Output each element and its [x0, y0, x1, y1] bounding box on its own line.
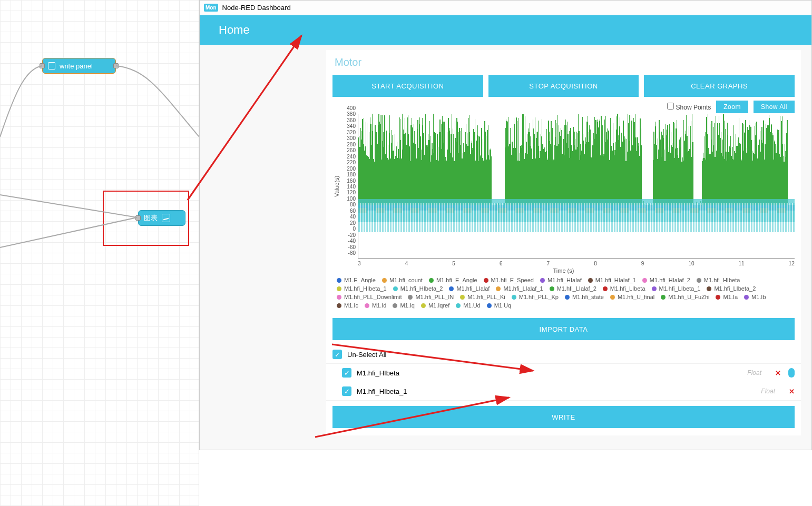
window-titlebar[interactable]: Mon Node-RED Dashboard — [200, 1, 811, 15]
motor-chart[interactable]: Value(s) 4003803603403203002802602402202… — [332, 114, 795, 259]
legend-item[interactable]: M1.Ia — [716, 294, 738, 300]
param-row[interactable]: ✓ M1.hfi_HIbeta_1 Float ✕ — [326, 382, 801, 401]
x-axis-label: Time (s) — [332, 267, 795, 274]
page-title: Home — [219, 23, 250, 37]
delete-icon[interactable]: ✕ — [789, 388, 795, 395]
checkbox-icon[interactable]: ✓ — [332, 350, 342, 359]
unselect-all-row[interactable]: ✓ Un-Select All — [326, 345, 801, 364]
legend-item[interactable]: M1.hfi_HIbeta_1 — [337, 285, 387, 292]
legend-item[interactable]: M1.hfi_E_Speed — [484, 277, 534, 283]
legend-item[interactable]: M1.hfi_HIalaf_1 — [588, 277, 636, 283]
legend-item[interactable]: M1.E_Angle — [337, 277, 376, 283]
stop-acquisition-button[interactable]: STOP ACQUISITION — [488, 75, 639, 97]
param-input-placeholder[interactable]: Float — [747, 369, 761, 376]
legend-item[interactable]: M1.Id — [365, 302, 387, 309]
legend-item[interactable]: M1.hfi_PLL_Downlimit — [337, 294, 402, 300]
legend-item[interactable]: M1.Ib — [744, 294, 766, 300]
legend-item[interactable]: M1.hfi_HIbeta_2 — [393, 285, 443, 292]
node-chart[interactable]: 图表 — [138, 210, 185, 226]
node-write-panel[interactable]: write panel — [42, 58, 116, 74]
legend-item[interactable]: M1.Ud — [456, 302, 480, 309]
legend-item[interactable]: M1.hfi_HIalaf — [540, 277, 582, 283]
write-button[interactable]: WRITE — [332, 406, 795, 428]
legend-item[interactable]: M1.hfi_LIalaf_2 — [550, 285, 596, 292]
legend-item[interactable]: M1.hfi_PLL_Kp — [512, 294, 559, 300]
param-row[interactable]: ✓ M1.hfi_HIbeta Float ✕ — [326, 364, 801, 382]
node-label: write panel — [60, 62, 93, 70]
import-data-button[interactable]: IMPORT DATA — [332, 318, 795, 340]
checkbox-icon[interactable]: ✓ — [342, 386, 351, 396]
legend-item[interactable]: M1.hfi_LIbeta — [603, 285, 645, 292]
zoom-button[interactable]: Zoom — [716, 101, 748, 113]
clear-graphs-button[interactable]: CLEAR GRAPHS — [644, 75, 795, 97]
chart-icon — [162, 214, 170, 222]
node-label: 图表 — [144, 213, 158, 223]
dashboard-header: Home — [200, 15, 811, 45]
legend-item[interactable]: M1.hfi_PLL_Ki — [460, 294, 505, 300]
legend-item[interactable]: M1.Iqref — [421, 302, 449, 309]
dashboard-window: Mon Node-RED Dashboard Home Motor START … — [199, 0, 812, 450]
legend-item[interactable]: M1.hfi_PLL_IN — [408, 294, 454, 300]
show-all-button[interactable]: Show All — [754, 101, 795, 113]
unselect-all-label: Un-Select All — [347, 351, 386, 359]
scroll-thumb[interactable] — [788, 368, 795, 378]
motor-card: Motor START ACQUISITION STOP ACQUISITION… — [326, 50, 801, 435]
delete-icon[interactable]: ✕ — [775, 369, 781, 377]
card-title: Motor — [326, 50, 801, 75]
flow-editor-canvas[interactable]: write panel 图表 — [0, 0, 199, 506]
legend-item[interactable]: M1.Uq — [487, 302, 511, 309]
legend-item[interactable]: M1.hfi_state — [565, 294, 604, 300]
chart-legend: M1.E_AngleM1.hfi_countM1.hfi_E_AngleM1.h… — [332, 274, 795, 314]
legend-item[interactable]: M1.Ic — [337, 302, 358, 309]
legend-item[interactable]: M1.hfi_HIbeta — [697, 277, 740, 283]
param-label: M1.hfi_HIbeta_1 — [357, 388, 407, 395]
chart-plot-area[interactable] — [358, 114, 795, 259]
legend-item[interactable]: M1.hfi_LIbeta_1 — [652, 285, 701, 292]
legend-item[interactable]: M1.hfi_LIalaf — [449, 285, 490, 292]
legend-item[interactable]: M1.hfi_HIalaf_2 — [642, 277, 690, 283]
legend-item[interactable]: M1.hfi_U_FuZhi — [661, 294, 709, 300]
y-axis: 4003803603403203002802602402202001801601… — [342, 114, 358, 259]
show-points-checkbox[interactable]: Show Points — [667, 103, 711, 111]
start-acquisition-button[interactable]: START ACQUISITION — [332, 75, 483, 97]
app-badge: Mon — [204, 4, 218, 12]
legend-item[interactable]: M1.hfi_count — [382, 277, 423, 283]
checkbox-icon[interactable]: ✓ — [342, 368, 351, 378]
series-noise — [358, 203, 795, 232]
legend-item[interactable]: M1.hfi_U_final — [610, 294, 654, 300]
panel-icon — [48, 62, 55, 70]
y-axis-label: Value(s) — [332, 114, 342, 259]
legend-item[interactable]: M1.hfi_LIalaf_1 — [496, 285, 543, 292]
legend-item[interactable]: M1.Iq — [393, 302, 415, 309]
param-input-placeholder[interactable]: Float — [761, 388, 775, 395]
param-label: M1.hfi_HIbeta — [357, 369, 399, 377]
x-axis: 3456789101112 — [358, 259, 795, 266]
legend-item[interactable]: M1.hfi_E_Angle — [429, 277, 477, 283]
legend-item[interactable]: M1.hfi_LIbeta_2 — [707, 285, 756, 292]
window-title: Node-RED Dashboard — [222, 4, 291, 12]
